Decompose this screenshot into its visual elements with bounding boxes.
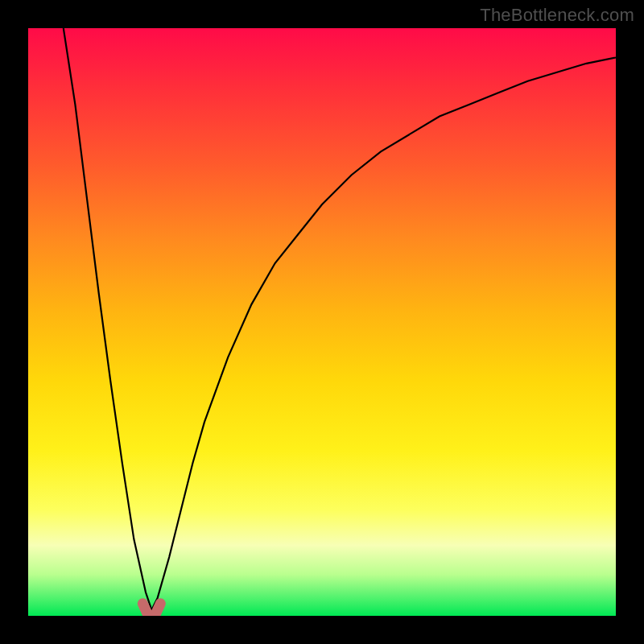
right-branch-curve xyxy=(151,58,616,610)
left-branch-curve xyxy=(64,28,152,610)
chart-frame: TheBottleneck.com xyxy=(0,0,644,644)
watermark-text: TheBottleneck.com xyxy=(480,5,634,26)
curve-layer xyxy=(28,28,616,616)
plot-area xyxy=(28,28,616,616)
